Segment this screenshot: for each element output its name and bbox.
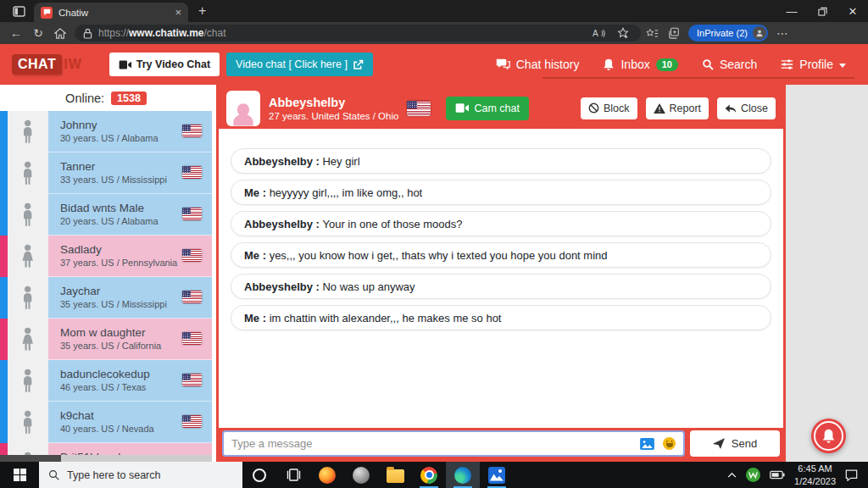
video-chat-link-button[interactable]: Video chat [ Click here ] bbox=[226, 53, 373, 76]
attach-image-icon[interactable] bbox=[640, 438, 654, 450]
user-row-jaychar[interactable]: Jaychar35 years. US / Mississippi bbox=[0, 277, 212, 319]
file-explorer-icon[interactable] bbox=[378, 462, 412, 488]
refresh-icon[interactable]: ↻ bbox=[27, 24, 49, 42]
tab-close-icon[interactable]: × bbox=[175, 6, 181, 19]
message-bubble: Abbeyshelby : Your in one of those moods… bbox=[231, 211, 771, 236]
tab-actions-icon[interactable] bbox=[8, 2, 29, 20]
us-flag-icon bbox=[182, 166, 202, 179]
sidebar-horizontal-scrollbar[interactable] bbox=[0, 455, 212, 462]
us-flag-icon bbox=[182, 125, 202, 137]
gender-strip-male bbox=[0, 360, 8, 402]
back-icon[interactable]: ← bbox=[5, 24, 27, 42]
partner-name: Abbeyshelby bbox=[269, 95, 398, 112]
gender-strip-male bbox=[0, 111, 8, 152]
user-row-bidad[interactable]: Bidad wnts Male20 years. US / Alabama bbox=[0, 194, 212, 236]
message-input[interactable] bbox=[231, 437, 632, 450]
user-row-johnny[interactable]: Johnny30 years. US / Alabama bbox=[0, 111, 212, 152]
us-flag-icon bbox=[182, 332, 202, 345]
male-person-icon bbox=[8, 277, 48, 319]
partner-details: 27 years. United States / Ohio bbox=[269, 111, 398, 121]
user-row-baduncle[interactable]: badunclecokedup46 years. US / Texas bbox=[0, 360, 212, 402]
male-person-icon bbox=[8, 360, 48, 402]
search-icon bbox=[48, 469, 59, 480]
minimize-button[interactable]: — bbox=[776, 0, 807, 22]
us-flag-icon bbox=[182, 249, 202, 262]
reply-arrow-icon bbox=[725, 103, 737, 114]
url-bar[interactable]: https://www.chatiw.me/chat A bbox=[75, 25, 641, 42]
action-center-icon[interactable] bbox=[845, 469, 858, 481]
read-aloud-icon[interactable]: A bbox=[589, 24, 608, 42]
notification-bell-button[interactable] bbox=[811, 419, 846, 453]
window-controls: — ✕ bbox=[776, 0, 868, 22]
favorites-icon[interactable] bbox=[641, 24, 663, 42]
task-view-icon[interactable] bbox=[276, 462, 310, 488]
chrome-icon[interactable] bbox=[412, 462, 446, 488]
scrollbar-thumb[interactable] bbox=[0, 455, 61, 462]
add-favorite-icon[interactable] bbox=[614, 24, 632, 42]
tray-w-app-icon[interactable] bbox=[746, 468, 760, 482]
taskbar-search[interactable] bbox=[39, 462, 242, 488]
message-input-wrap bbox=[222, 430, 685, 457]
sliders-icon bbox=[781, 58, 793, 70]
user-row-tanner[interactable]: Tanner33 years. US / Mississippi bbox=[0, 152, 212, 194]
nav-chat-history[interactable]: Chat history bbox=[496, 58, 580, 71]
female-person-icon bbox=[8, 443, 48, 455]
user-row-momwdaughter[interactable]: Mom w daughter35 years. US / California bbox=[0, 319, 212, 360]
inprivate-badge[interactable]: InPrivate (2) bbox=[688, 25, 768, 42]
report-button[interactable]: Report bbox=[646, 97, 709, 119]
nav-search[interactable]: Search bbox=[702, 58, 757, 71]
chevron-down-icon bbox=[839, 64, 846, 68]
browser-menu-icon[interactable]: ⋯ bbox=[771, 24, 793, 42]
us-flag-icon bbox=[182, 291, 202, 303]
message-bubble: Abbeyshelby : No was up anyway bbox=[231, 274, 771, 299]
emoji-icon[interactable] bbox=[663, 437, 676, 450]
browser-tab-strip: Chatiw × + — ✕ bbox=[0, 0, 868, 22]
taskbar-clock[interactable]: 6:45 AM 1/24/2023 bbox=[794, 463, 836, 487]
new-tab-button[interactable]: + bbox=[198, 3, 206, 19]
restore-button[interactable] bbox=[807, 0, 837, 22]
battery-icon[interactable] bbox=[770, 470, 785, 480]
try-video-chat-button[interactable]: Try Video Chat bbox=[109, 53, 220, 76]
close-window-button[interactable]: ✕ bbox=[837, 0, 868, 22]
clock-date: 1/24/2023 bbox=[794, 475, 836, 487]
user-row-brit[interactable]: Brit51bkwrds bbox=[0, 443, 212, 455]
close-chat-button[interactable]: Close bbox=[717, 97, 776, 119]
start-button[interactable] bbox=[0, 462, 39, 488]
tray-chevron-up-icon[interactable] bbox=[727, 472, 737, 478]
profile-avatar-icon bbox=[753, 26, 766, 40]
user-row-k9chat[interactable]: k9chat40 years. US / Nevada bbox=[0, 402, 212, 443]
search-icon bbox=[702, 58, 714, 70]
gender-strip-male bbox=[0, 402, 8, 443]
cam-chat-button[interactable]: Cam chat bbox=[446, 97, 529, 120]
nav-inbox[interactable]: Inbox 10 bbox=[603, 58, 678, 71]
chatiw-logo[interactable]: CHAT IW bbox=[12, 54, 82, 75]
female-person-icon bbox=[8, 319, 48, 360]
cortana-icon[interactable] bbox=[242, 462, 276, 488]
svg-text:A: A bbox=[593, 29, 598, 38]
user-list: Johnny30 years. US / Alabama Tanner33 ye… bbox=[0, 111, 212, 455]
taskbar-search-input[interactable] bbox=[67, 469, 233, 481]
nav-profile[interactable]: Profile bbox=[781, 58, 846, 71]
browser-tab[interactable]: Chatiw × bbox=[34, 3, 188, 22]
chat-panel: Abbeyshelby 27 years. United States / Oh… bbox=[216, 85, 786, 462]
online-count-badge: 1538 bbox=[111, 92, 147, 105]
send-button[interactable]: Send bbox=[690, 430, 780, 457]
photos-icon[interactable] bbox=[480, 462, 514, 488]
user-row-sadlady[interactable]: Sadlady37 years. US / Pennsylvania bbox=[0, 236, 212, 277]
edge-icon[interactable] bbox=[446, 462, 480, 488]
video-camera-icon bbox=[119, 60, 131, 69]
gender-strip-male bbox=[0, 194, 8, 236]
paper-plane-icon bbox=[713, 438, 725, 449]
firefox-icon[interactable] bbox=[310, 462, 344, 488]
home-icon[interactable] bbox=[49, 24, 71, 42]
page-gutter bbox=[786, 85, 868, 462]
block-button[interactable]: Block bbox=[581, 97, 637, 119]
url-text: https://www.chatiw.me/chat bbox=[98, 27, 583, 39]
chat-header: Abbeyshelby 27 years. United States / Oh… bbox=[219, 87, 783, 129]
warning-icon bbox=[654, 103, 665, 114]
lock-icon bbox=[83, 28, 92, 39]
male-person-icon bbox=[8, 111, 48, 152]
site-nav: Chat history Inbox 10 Search Profile bbox=[496, 58, 846, 71]
collections-icon[interactable] bbox=[663, 24, 685, 42]
app-sphere-icon[interactable] bbox=[344, 462, 378, 488]
